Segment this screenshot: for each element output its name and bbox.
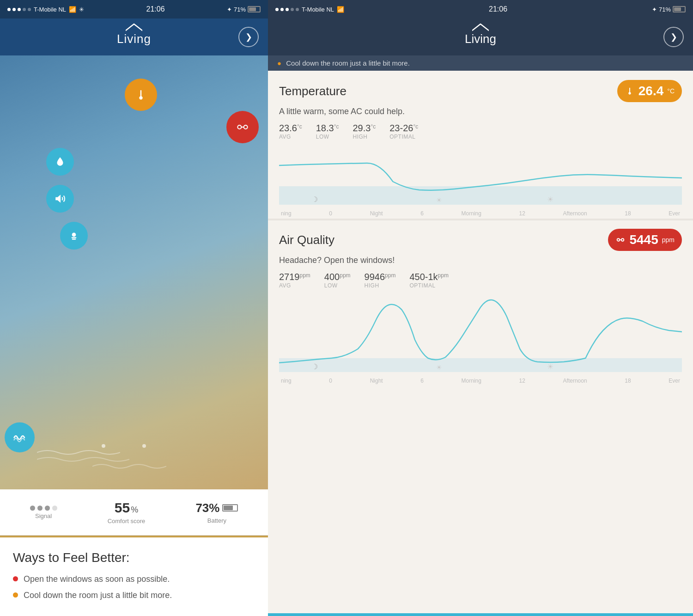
svg-point-0: [237, 125, 241, 129]
moon-icon: ☽: [311, 195, 318, 204]
battery-icon-right: [673, 6, 686, 12]
comfort-label: Comfort score: [108, 518, 146, 525]
carrier-right: T-Mobile NL: [302, 6, 334, 13]
co2-badge-icon: [615, 235, 626, 245]
aq-stat-low: 400ppm LOW: [324, 272, 351, 289]
temp-description: A little warm, some AC could help.: [279, 107, 682, 116]
battery-pct-left: 71%: [234, 6, 246, 13]
temp-title: Temperature: [279, 84, 346, 98]
aq-sun-icon-1: ☀: [436, 364, 442, 371]
light-sensor-icon[interactable]: [60, 222, 88, 250]
sound-sensor-icon[interactable]: [46, 185, 74, 213]
house-icon-right: [472, 22, 489, 31]
wave-decoration-3: [92, 462, 166, 471]
notification-bar: ● Cool down the room just a little bit m…: [268, 55, 693, 71]
comfort-unit: %: [131, 505, 138, 515]
temp-chart-axis: ning 0 Night 6 Morning 12 Afternoon 18 E…: [279, 210, 682, 217]
bullet-orange: [13, 592, 18, 598]
bottom-blue-bar: [268, 613, 693, 616]
aq-badge: 5445 ppm: [608, 229, 682, 251]
wifi-icon-right: 📶: [337, 6, 344, 13]
bluetooth-icon-left: ✦: [227, 6, 232, 13]
aq-chart-axis: ning 0 Night 6 Morning 12 Afternoon 18 E…: [279, 378, 682, 384]
comfort-stat: 55 % Comfort score: [108, 500, 146, 525]
temp-chart-svg: [279, 145, 682, 205]
svg-point-5: [617, 238, 620, 241]
temp-stats-row: 23.6°c AVG 18.3°c LOW 29.3°c HIGH 23-26°…: [279, 123, 682, 140]
time-left: 21:06: [146, 5, 165, 13]
carrier-left: T-Mobile NL: [34, 6, 66, 13]
humidity-sensor-icon[interactable]: [46, 148, 74, 176]
airquality-section: Air Quality 5445 ppm Headache? Open the …: [268, 220, 693, 613]
battery-pct-right: 71%: [659, 6, 671, 13]
ways-item-1: Open the windows as soon as possible.: [13, 574, 255, 584]
notification-text: Cool down the room just a little bit mor…: [286, 59, 410, 67]
temp-stat-high: 29.3°c HIGH: [353, 123, 376, 140]
aq-stats-row: 2719ppm AVG 400ppm LOW 9946ppm HIGH 450-…: [279, 272, 682, 289]
aq-title: Air Quality: [279, 233, 334, 247]
stats-bar: Signal 55 % Comfort score 73% Battery: [0, 489, 268, 536]
left-main-area: [0, 55, 268, 489]
battery-indicator: [222, 504, 238, 512]
aq-stat-high: 9946ppm HIGH: [365, 272, 396, 289]
temp-stat-optimal: 23-26°c OPTIMAL: [389, 123, 418, 140]
right-header-title: Living: [465, 32, 496, 46]
aq-stat-avg: 2719ppm AVG: [279, 272, 310, 289]
left-nav-button[interactable]: ❯: [238, 27, 259, 47]
aq-chart-svg: [279, 293, 682, 372]
right-header: Living ❯: [268, 18, 693, 55]
thermometer-badge-icon: [625, 86, 635, 96]
temp-stat-low: 18.3°c LOW: [316, 123, 339, 140]
signal-stat: Signal: [30, 506, 57, 519]
aq-moon-icon: ☽: [311, 362, 318, 371]
signal-label: Signal: [35, 512, 52, 519]
ways-item-2-text: Cool down the room just a little bit mor…: [24, 591, 172, 600]
wave-dots: [102, 444, 146, 448]
svg-point-6: [621, 238, 624, 241]
svg-marker-3: [55, 195, 61, 202]
bluetooth-icon-right: ✦: [652, 6, 657, 13]
signal-dots: [7, 8, 31, 11]
time-right: 21:06: [489, 5, 507, 13]
temp-stat-avg: 23.6°c AVG: [279, 123, 302, 140]
brightness-icon-left: ✳: [79, 6, 84, 13]
ways-title: Ways to Feel Better:: [13, 550, 255, 565]
battery-icon-left: [248, 6, 261, 12]
battery-stat: 73% Battery: [195, 501, 238, 524]
ways-item-2: Cool down the room just a little bit mor…: [13, 591, 255, 600]
right-status-bar: T-Mobile NL 📶 21:06 ✦ 71%: [268, 0, 693, 18]
ways-item-1-text: Open the windows as soon as possible.: [24, 574, 170, 584]
ways-section: Ways to Feel Better: Open the windows as…: [0, 537, 268, 616]
house-icon-left: [126, 22, 142, 31]
battery-value: 73%: [195, 501, 219, 515]
signal-dots-right: [275, 8, 299, 11]
left-header: Living ❯: [0, 18, 268, 55]
left-status-bar: T-Mobile NL 📶 ✳ 21:06 ✦ 71%: [0, 0, 268, 18]
aq-sun-icon-2: ☀: [547, 362, 553, 371]
svg-point-1: [244, 125, 248, 129]
right-panel: T-Mobile NL 📶 21:06 ✦ 71% Living ❯ ● Coo…: [268, 0, 693, 616]
wave-sensor-icon[interactable]: [5, 422, 35, 452]
left-header-title: Living: [117, 32, 151, 46]
right-nav-button[interactable]: ❯: [663, 27, 684, 47]
aq-badge-unit: ppm: [662, 236, 675, 244]
temperature-section: Temperature 26.4 °C A little warm, some …: [268, 71, 693, 219]
sun-icon-2: ☀: [547, 195, 553, 204]
aq-stat-optimal: 450-1kppm OPTIMAL: [409, 272, 449, 289]
aq-description: Headache? Open the windows!: [279, 256, 682, 265]
temp-badge-value: 26.4: [638, 84, 664, 98]
temp-badge: 26.4 °C: [617, 80, 682, 102]
temp-chart: ☽ ☀ ☀ ning 0 Night 6 Morning 12 Afternoo…: [279, 145, 682, 219]
aq-chart: ☽ ☀ ☀ ning 0 Night 6 Morning 12 Afternoo…: [279, 293, 682, 386]
co2-sensor-icon[interactable]: [226, 111, 259, 143]
bullet-red: [13, 576, 18, 581]
left-panel: T-Mobile NL 📶 ✳ 21:06 ✦ 71% Living ❯: [0, 0, 268, 616]
temp-badge-unit: °C: [667, 87, 675, 95]
svg-point-4: [72, 233, 76, 237]
battery-label: Battery: [207, 517, 226, 524]
sun-icon-1: ☀: [436, 196, 442, 204]
aq-badge-value: 5445: [629, 232, 658, 247]
wifi-icon-left: 📶: [69, 6, 76, 13]
temp-sensor-icon[interactable]: [125, 79, 157, 111]
comfort-value: 55: [115, 500, 130, 516]
